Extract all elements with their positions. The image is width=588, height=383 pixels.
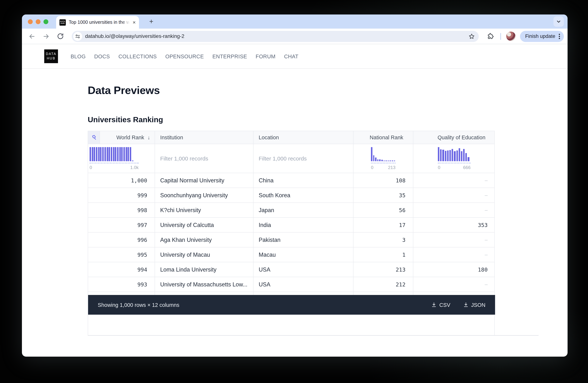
histogram-axis xyxy=(371,162,396,163)
back-arrow-icon xyxy=(28,33,36,40)
tab-search-chevron-button[interactable] xyxy=(553,16,564,27)
filter-cell-national-rank: 0 213 xyxy=(354,144,413,173)
site-menu: BLOGDOCSCOLLECTIONSOPENSOURCEENTERPRISEF… xyxy=(71,53,298,59)
column-header-national-rank[interactable]: National Rank xyxy=(354,131,413,144)
cell-national-rank: 3 xyxy=(354,233,413,247)
section-divider xyxy=(88,335,539,336)
column-header-location[interactable]: Location xyxy=(253,131,354,144)
row-count-summary: Showing 1,000 rows × 12 columns xyxy=(98,302,419,308)
back-button[interactable] xyxy=(27,31,37,41)
close-tab-icon[interactable]: × xyxy=(133,20,136,25)
table-row: 994 Loma Linda University USA 213 180 xyxy=(88,262,494,277)
table-row: 999 Soonchunhyang University South Korea… xyxy=(88,188,494,203)
column-header-world-rank[interactable]: World Rank ↓ xyxy=(100,131,155,144)
site-menu-item[interactable]: ENTERPRISE xyxy=(212,53,247,59)
cell-quality-of-education: 353 xyxy=(413,218,495,232)
table-row: 996 Aga Khan University Pakistan 3 – xyxy=(88,233,494,247)
hist-max-label: 1.0k xyxy=(130,165,139,170)
datahub-favicon-icon: DATAHUB xyxy=(60,19,66,25)
url-text[interactable]: datahub.io/@olayway/universities-ranking… xyxy=(85,33,467,39)
column-header-institution[interactable]: Institution xyxy=(155,131,253,144)
cell-institution: Loma Linda University xyxy=(155,262,253,277)
cell-quality-of-education: – xyxy=(413,247,495,262)
profile-avatar[interactable] xyxy=(506,32,516,41)
cell-institution: Capital Normal University xyxy=(155,173,253,188)
json-download-button[interactable]: JSON xyxy=(463,302,485,308)
cell-national-rank: 108 xyxy=(354,173,413,188)
more-options-icon[interactable] xyxy=(559,33,560,39)
datahub-logo[interactable]: DATAHUB xyxy=(44,49,58,63)
chevron-down-icon xyxy=(556,19,561,24)
site-menu-item[interactable]: CHAT xyxy=(284,53,298,59)
address-bar[interactable]: datahub.io/@olayway/universities-ranking… xyxy=(72,31,479,42)
table-header-row: World Rank ↓ Institution Location Nation… xyxy=(88,131,494,144)
tab-strip: DATAHUB Top 1000 universities in the w ×… xyxy=(22,15,567,29)
filter-cell-institution xyxy=(155,144,253,173)
extensions-button[interactable] xyxy=(485,31,495,41)
close-window-button[interactable] xyxy=(28,19,33,24)
section-title: Universities Ranking xyxy=(88,115,567,124)
site-menu-item[interactable]: DOCS xyxy=(94,53,110,59)
reload-button[interactable] xyxy=(55,31,65,41)
site-menu-item[interactable]: BLOG xyxy=(71,53,86,59)
world-rank-histogram[interactable]: 0 1.0k xyxy=(90,147,139,170)
finish-update-button[interactable]: Finish update xyxy=(520,31,564,42)
cell-quality-of-education: – xyxy=(413,173,495,188)
forward-button[interactable] xyxy=(41,31,51,41)
cell-quality-of-education: – xyxy=(413,233,495,247)
reload-icon xyxy=(57,33,64,40)
cell-institution: University of Calcutta xyxy=(155,218,253,232)
page-title: Data Previews xyxy=(88,84,567,97)
pin-column-header[interactable] xyxy=(88,131,100,144)
browser-tab[interactable]: DATAHUB Top 1000 universities in the w × xyxy=(56,16,139,29)
maximize-window-button[interactable] xyxy=(43,19,48,24)
site-menu-item[interactable]: OPENSOURCE xyxy=(165,53,204,59)
cell-national-rank: 212 xyxy=(354,277,413,292)
hist-min-label: 0 xyxy=(438,165,440,170)
cell-national-rank: 35 xyxy=(354,188,413,202)
new-tab-button[interactable]: + xyxy=(147,17,156,26)
download-icon xyxy=(463,302,468,308)
histogram-axis xyxy=(438,162,471,163)
cell-world-rank: 996 xyxy=(88,233,155,247)
browser-window: DATAHUB Top 1000 universities in the w ×… xyxy=(22,15,567,357)
bookmark-star-button[interactable] xyxy=(467,31,477,41)
site-info-icon[interactable] xyxy=(73,32,82,41)
quality-histogram[interactable]: 0 666 xyxy=(438,147,471,170)
csv-download-button[interactable]: CSV xyxy=(431,302,450,308)
cell-world-rank: 1,000 xyxy=(88,173,155,188)
institution-filter-input[interactable] xyxy=(155,155,253,161)
cell-quality-of-education: 180 xyxy=(413,262,495,277)
minimize-window-button[interactable] xyxy=(36,19,41,24)
site-menu-item[interactable]: COLLECTIONS xyxy=(118,53,157,59)
cell-location: China xyxy=(253,173,354,188)
cell-world-rank: 993 xyxy=(88,277,155,292)
cell-world-rank: 999 xyxy=(88,188,155,202)
table-row-partial xyxy=(88,292,494,295)
main-content: Data Previews Universities Ranking World… xyxy=(22,69,567,336)
site-menu-item[interactable]: FORUM xyxy=(256,53,276,59)
cell-world-rank: 995 xyxy=(88,247,155,262)
national-rank-histogram[interactable]: 0 213 xyxy=(371,147,396,170)
cell-location: Japan xyxy=(253,203,354,217)
location-filter-input[interactable] xyxy=(253,155,353,161)
table-row: 997 University of Calcutta India 17 353 xyxy=(88,218,494,233)
hist-min-label: 0 xyxy=(90,165,92,170)
hist-max-label: 666 xyxy=(463,165,471,170)
filter-cell-location xyxy=(253,144,354,173)
cell-institution: Soonchunhyang University xyxy=(155,188,253,202)
window-controls xyxy=(28,19,48,24)
sort-descending-icon[interactable]: ↓ xyxy=(147,135,150,141)
table-row: 993 University of Massachusetts Low... U… xyxy=(88,277,494,292)
cell-world-rank: 994 xyxy=(88,262,155,277)
column-header-quality-of-education[interactable]: Quality of Education xyxy=(413,131,495,144)
cell-location: Pakistan xyxy=(253,233,354,247)
cell-world-rank: 997 xyxy=(88,218,155,232)
puzzle-icon xyxy=(486,33,494,40)
cell-institution: K?chi University xyxy=(155,203,253,217)
hist-min-label: 0 xyxy=(371,165,373,170)
cell-quality-of-education: – xyxy=(413,188,495,202)
cell-location: USA xyxy=(253,277,354,292)
pushpin-icon xyxy=(90,134,97,141)
cell-world-rank: 998 xyxy=(88,203,155,217)
